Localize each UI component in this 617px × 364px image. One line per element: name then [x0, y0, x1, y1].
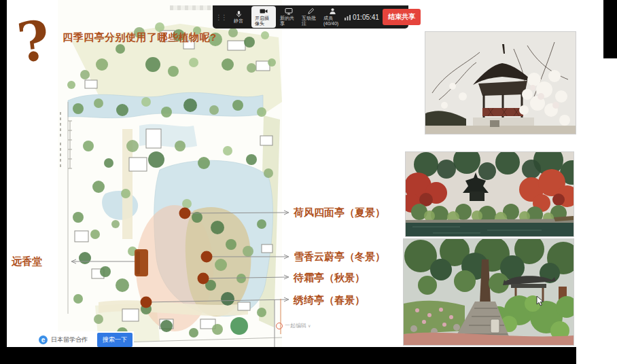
end-share-button[interactable]: 结束共享 — [383, 9, 421, 25]
callout-winter-pavilion: 雪香云蔚亭（冬景） — [294, 251, 385, 263]
meeting-timer: 01:05:41 — [345, 14, 379, 21]
photo-green-garden-path — [403, 238, 574, 346]
callout-autumn-pavilion: 待霜亭（秋景） — [294, 272, 365, 285]
label-yuanxiangtang: 远香堂 — [12, 255, 42, 268]
question-mark-graphic: ? — [14, 7, 53, 75]
signal-icon — [345, 14, 351, 20]
collab-edit-widget[interactable]: 一起编辑 ∨ — [276, 322, 311, 329]
collab-avatar-icon — [276, 323, 283, 329]
camera-icon — [260, 7, 268, 15]
members-button[interactable]: 成员(40/40) — [323, 7, 341, 26]
map-title-strip — [170, 5, 219, 10]
search-button[interactable]: 搜索一下 — [97, 333, 133, 347]
ad-banner: e 日本留学合作 搜索一下 — [37, 331, 134, 348]
person-icon — [329, 7, 336, 15]
letterbox-bottom — [0, 347, 576, 364]
toolbar-drag-handle[interactable]: ⋮⋮ — [215, 14, 226, 21]
garden-map — [58, 0, 282, 350]
camera-button[interactable]: 开启摄像头 — [251, 6, 276, 28]
microphone-icon — [235, 10, 243, 18]
share-screen-icon — [285, 7, 293, 15]
chevron-down-icon: ∨ — [308, 323, 311, 328]
meeting-toolbar: ⋮⋮ 静音 开启摄像头 新的共享 互动批注 — [213, 5, 408, 29]
new-share-button[interactable]: 新的共享 — [280, 7, 298, 26]
slide-title: 四季四亭分别使用了哪些植物呢? — [63, 31, 217, 44]
mute-button[interactable]: 静音 — [230, 10, 247, 24]
callout-spring-pavilion: 绣绮亭（春景） — [294, 294, 365, 307]
letterbox-left — [0, 0, 7, 364]
mouse-cursor — [536, 296, 544, 307]
browser-logo-icon: e — [39, 335, 48, 344]
screen-share-view: ? 四季四亭分别使用了哪些植物呢? 荷风四面亭（夏景） 雪香云蔚亭（冬景） 待霜… — [0, 0, 617, 364]
photo-plum-blossom-pavilion — [425, 31, 576, 134]
ad-text: 日本留学合作 — [51, 335, 88, 344]
photo-autumn-maples-pond — [405, 151, 574, 237]
letterbox-top-right — [603, 0, 617, 58]
callout-summer-pavilion: 荷风四面亭（夏景） — [294, 206, 385, 219]
annotation-button[interactable]: 互动批注 — [302, 7, 319, 26]
pen-icon — [307, 7, 315, 15]
